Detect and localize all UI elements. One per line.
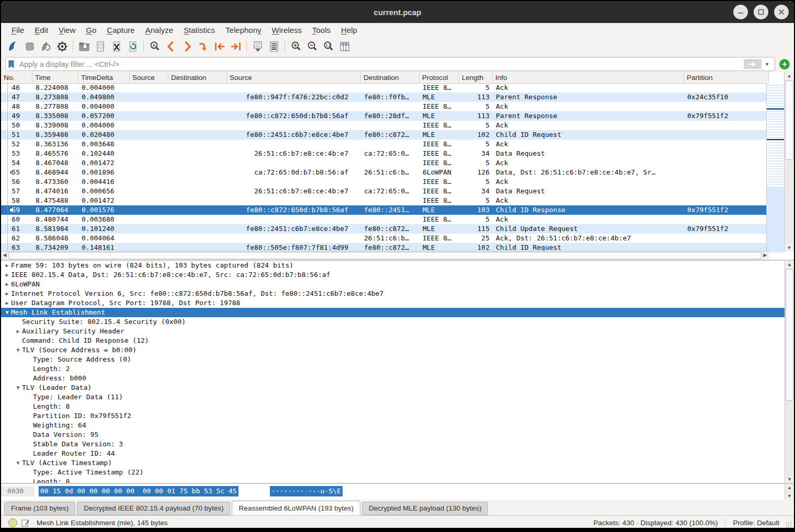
menu-statistics[interactable]: Statistics [178, 24, 220, 36]
title-bar[interactable]: current.pcap [1, 1, 794, 23]
packet-row-51[interactable]: 518.3594880.020480fe80::2451:c6b7:e8ce:4… [1, 130, 769, 140]
byte-tab[interactable]: Reassembled 6LoWPAN (193 bytes) [232, 501, 360, 515]
intelligent-scrollbar[interactable] [766, 83, 785, 252]
menu-capture[interactable]: Capture [101, 24, 140, 36]
packet-row-48[interactable]: 488.2778080.004000IEEE 8…5Ack [1, 102, 769, 111]
scroll-thumb[interactable] [786, 269, 793, 401]
menu-analyze[interactable]: Analyze [140, 24, 178, 36]
column-header-partition-10[interactable]: Partition [684, 72, 769, 83]
column-header-length-8[interactable]: Length [459, 72, 493, 83]
save-file-icon[interactable]: 01010110 [92, 39, 108, 54]
minimize-icon[interactable] [733, 5, 748, 19]
stop-capture-icon[interactable] [21, 39, 38, 54]
filter-dropdown-icon[interactable]: ▼ [762, 62, 773, 67]
expander-collapsed-icon[interactable]: ▶ [3, 289, 11, 298]
packet-row-50[interactable]: 508.3390080.004000IEEE 8…5Ack [1, 121, 769, 130]
tree-item[interactable]: ▼Mesh Link Establishment [1, 308, 794, 317]
scroll-up-icon[interactable]: ▲ [785, 72, 794, 79]
packet-row-62[interactable]: 628.5860480.00406426:51:c6:b…IEEE 8…25Ac… [1, 234, 769, 243]
expander-open-icon[interactable]: ▼ [14, 345, 22, 355]
tree-item[interactable]: ▼TLV (Leader Data) [1, 383, 794, 392]
tree-item[interactable]: ▼TLV (Source Address = b0:00) [1, 345, 794, 355]
tree-item[interactable]: Data Version: 95 [1, 430, 794, 440]
bytes-vscrollbar[interactable]: ▲ ▼ [785, 484, 794, 500]
tree-item[interactable]: Command: Child ID Response (12) [1, 336, 794, 345]
tree-item[interactable]: ▶Internet Protocol Version 6, Src: fe80:… [1, 289, 794, 298]
hex-bytes[interactable]: 00 15 0d 00 00 00 00 00 00 00 01 75 bb 5… [39, 486, 238, 496]
reload-file-icon[interactable] [124, 39, 141, 54]
restart-capture-icon[interactable] [38, 39, 54, 54]
expander-collapsed-icon[interactable]: ▶ [3, 298, 11, 308]
column-header-source-3[interactable]: Source [130, 72, 168, 83]
close-file-icon[interactable] [108, 39, 124, 54]
wireshark-fin-icon[interactable] [5, 39, 21, 54]
tree-item[interactable]: ▶IEEE 802.15.4 Data, Dst: 26:51:c6:b7:e8… [1, 270, 794, 280]
column-header-time-1[interactable]: Time [32, 72, 78, 83]
expander-collapsed-icon[interactable]: ▶ [14, 327, 22, 336]
scroll-right-icon[interactable]: ▶ [762, 251, 769, 260]
hex-ascii[interactable]: ········ ···u·S\E [270, 486, 343, 496]
scroll-down-icon[interactable]: ▼ [785, 244, 794, 251]
packet-row-55[interactable]: 558.4689440.001896ca:72:65:0d:b7:b8:56:a… [1, 168, 769, 177]
packet-row-49[interactable]: 498.3350080.057200fe80::c872:650d:b7b8:5… [1, 111, 769, 121]
byte-tab[interactable]: Decrypted IEEE 802.15.4 payload (70 byte… [77, 502, 230, 515]
menu-help[interactable]: Help [336, 24, 362, 36]
goto-packet-icon[interactable] [195, 39, 211, 54]
menu-wireless[interactable]: Wireless [267, 24, 308, 36]
first-packet-icon[interactable] [211, 39, 228, 54]
packet-row-56[interactable]: 568.4733600.004416IEEE 8…5Ack [1, 177, 769, 187]
expander-open-icon[interactable]: ▼ [3, 308, 11, 317]
tree-item[interactable]: Type: Source Address (0) [1, 355, 794, 364]
tree-item[interactable]: Partition ID: 0x79f551f2 [1, 411, 794, 421]
tree-item[interactable]: Address: b000 [1, 374, 794, 383]
packet-row-54[interactable]: 548.4670480.001472IEEE 8…5Ack [1, 158, 769, 168]
colorize-icon[interactable] [266, 39, 282, 54]
add-filter-button-icon[interactable]: + [779, 59, 790, 70]
go-back-icon[interactable] [163, 39, 179, 54]
scroll-down-icon[interactable]: ▼ [785, 476, 794, 483]
filter-bookmark-icon[interactable] [8, 60, 15, 69]
menu-telephony[interactable]: Telephony [220, 24, 266, 36]
tree-item[interactable]: ▶Frame 59: 103 bytes on wire (824 bits),… [1, 261, 794, 270]
tree-item[interactable]: Length: 8 [1, 402, 794, 411]
tree-item[interactable]: Leader Router ID: 44 [1, 449, 794, 458]
tree-item[interactable]: ▼TLV (Active Timestamp) [1, 458, 794, 468]
column-header-destination-4[interactable]: Destination [168, 72, 227, 83]
expander-open-icon[interactable]: ▼ [14, 458, 22, 468]
expander-collapsed-icon[interactable]: ▶ [3, 261, 11, 270]
scroll-left-icon[interactable]: ◀ [1, 251, 8, 260]
packet-row-61[interactable]: 618.5819840.101240fe80::2451:c6b7:e8ce:4… [1, 224, 769, 234]
menu-view[interactable]: View [53, 24, 81, 36]
tree-item[interactable]: Security Suite: 802.15.4 Security (0x00) [1, 317, 794, 327]
zoom-original-icon[interactable]: 1:1 [320, 39, 336, 54]
maximize-icon[interactable] [754, 5, 768, 19]
capture-comment-icon[interactable] [21, 519, 29, 527]
display-filter-box[interactable]: ▼ [5, 57, 775, 71]
byte-tab[interactable]: Decrypted MLE payload (130 bytes) [362, 502, 488, 515]
expander-collapsed-icon[interactable]: ▶ [3, 270, 11, 280]
auto-scroll-icon[interactable] [249, 39, 266, 54]
tree-item[interactable]: Length: 2 [1, 364, 794, 374]
packet-list-vscrollbar[interactable]: ▲ ▼ [784, 72, 794, 251]
hex-row[interactable]: 0030 00 15 0d 00 00 00 00 00 00 00 01 75… [1, 486, 794, 496]
menu-edit[interactable]: Edit [29, 24, 53, 36]
expert-info-icon[interactable] [8, 518, 17, 527]
packet-row-53[interactable]: 538.4655760.10244026:51:c6:b7:e8:ce:4b:e… [1, 149, 769, 158]
packet-row-47[interactable]: 478.2738080.049800fe80::947f:f476:22bc:c… [1, 92, 769, 102]
menu-file[interactable]: File [6, 24, 29, 36]
zoom-in-icon[interactable] [288, 39, 304, 54]
expander-collapsed-icon[interactable]: ▶ [3, 280, 11, 289]
tree-item[interactable]: ▶User Datagram Protocol, Src Port: 19788… [1, 298, 794, 308]
column-header-destination-6[interactable]: Destination [361, 72, 419, 83]
zoom-out-icon[interactable] [304, 39, 320, 54]
scroll-up-icon[interactable]: ▲ [785, 484, 794, 491]
tree-item[interactable]: Type: Leader Data (11) [1, 392, 794, 402]
scroll-thumb[interactable] [8, 252, 762, 259]
apply-filter-icon[interactable] [744, 59, 762, 69]
column-header-info-9[interactable]: Info [493, 72, 684, 83]
tree-item[interactable]: Stable Data Version: 3 [1, 440, 794, 449]
scroll-thumb[interactable] [785, 80, 793, 160]
packet-list-hscrollbar[interactable]: ◀ ▶ [1, 251, 769, 260]
display-filter-input[interactable] [18, 60, 744, 69]
open-file-icon[interactable] [76, 39, 92, 54]
